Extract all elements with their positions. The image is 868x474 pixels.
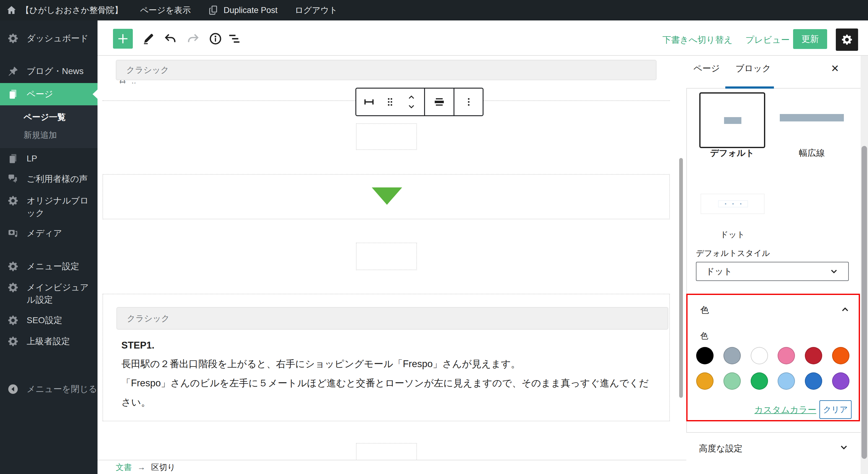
default-style-select[interactable]: ドット [696,262,849,281]
color-swatch-blue[interactable] [805,373,822,390]
sidebar-item-original-block[interactable]: オリジナルブロック [0,195,97,219]
update-button[interactable]: 更新 [793,29,827,49]
classic-block-group[interactable]: クラシック STEP1. 長田駅の２番出口階段を上がると、右手にショッピングモー… [102,294,670,421]
block-toolbar-group-main [356,89,425,115]
sidebar-item-lp[interactable]: LP [0,152,97,165]
custom-color-link[interactable]: カスタムカラー [754,404,816,416]
redo-button[interactable] [186,32,200,46]
color-swatch-light-blue[interactable] [778,373,795,390]
sidebar-item-seo[interactable]: SEO設定 [0,314,97,327]
tab-page[interactable]: ページ [693,63,720,75]
chevron-down-icon [406,102,417,111]
switch-to-draft-button[interactable]: 下書きへ切り替え [662,34,733,46]
duplicate-post-link[interactable]: Duplicate Post [208,5,277,16]
color-swatch-amber[interactable] [696,373,714,390]
empty-spacer-block[interactable] [356,123,417,150]
tab-block[interactable]: ブロック [736,63,771,75]
sidebar-item-add-new[interactable]: 新規追加 [0,129,97,141]
gear-icon [7,195,19,206]
color-swatch-red[interactable] [805,347,822,364]
color-swatch-black[interactable] [696,347,714,364]
options-button[interactable] [460,93,477,111]
advanced-settings-row[interactable]: 高度な設定 [686,432,861,474]
sidebar-collapse-menu[interactable]: メニューを閉じる [0,383,97,395]
color-swatch-light-green[interactable] [723,373,741,390]
step-heading: STEP1. [121,338,154,353]
editor-canvas: クラシック ⊖ ⌄ クラシック STEP1. 長田駅の２番出口階段を上がると、右… [97,56,686,460]
sidebar-item-page-list[interactable]: ページ一覧 [0,112,97,123]
sidebar-item-advanced[interactable]: 上級者設定 [0,335,97,348]
move-down-button[interactable] [403,102,420,111]
chevron-down-icon [839,442,849,453]
sidebar-item-blog-news[interactable]: ブログ・News [0,65,97,78]
panel-scrollbar[interactable] [862,146,867,459]
sidebar-item-dashboard[interactable]: ダッシュボード [0,32,97,45]
listview-icon [227,32,241,46]
comments-icon [7,174,19,185]
canvas-scrollbar[interactable] [679,158,683,398]
redo-icon [186,32,200,46]
style-option-dot[interactable] [701,194,765,214]
chevron-down-icon [829,266,839,276]
site-menu[interactable]: 【ひがしおおさか整骨院】 [6,5,123,16]
classic-toolbar-fragment: ⊖ ⌄ [119,80,153,83]
details-button[interactable] [209,32,222,46]
site-name: 【ひがしおおさか整骨院】 [21,5,123,16]
color-section-highlighted: 色 色 カスタムカラー クリア [686,294,860,421]
sidebar-item-menu-settings[interactable]: メニュー設定 [0,260,97,273]
color-swatch-orange[interactable] [832,347,849,364]
style-option-default[interactable] [699,92,765,148]
kebab-icon [463,96,475,108]
drag-handle[interactable] [381,93,399,111]
separator-block[interactable] [102,174,670,219]
triangle-separator [372,187,402,205]
logout-link[interactable]: ログアウト [295,5,337,16]
gear-icon [841,34,853,46]
color-swatch-purple[interactable] [832,373,849,390]
active-tab-underline [725,86,774,89]
view-page-link[interactable]: ページを表示 [140,5,191,16]
list-view-button[interactable] [227,32,241,46]
align-button[interactable] [431,93,448,111]
sidebar-item-media[interactable]: メディア [0,227,97,239]
empty-spacer-block[interactable] [356,443,417,460]
color-swatch-pink[interactable] [778,347,795,364]
close-panel-button[interactable]: ✕ [831,63,839,75]
color-swatch-green[interactable] [751,373,768,390]
align-icon [432,95,446,109]
edit-mode-button[interactable] [142,32,155,46]
undo-button[interactable] [163,32,177,46]
breadcrumb-root[interactable]: 文書 [116,462,132,473]
settings-toggle-button[interactable] [836,29,858,51]
sidebar-item-main-visual[interactable]: メインビジュアル設定 [0,281,97,306]
chevron-up-icon[interactable] [840,304,850,315]
color-swatch-gray[interactable] [723,347,741,364]
home-icon [6,5,17,16]
gear-icon [7,261,19,272]
style-option-wide[interactable] [780,92,844,148]
empty-spacer-block[interactable] [356,243,417,270]
color-swatch-white[interactable] [751,347,768,364]
separator-block-button[interactable] [360,93,378,111]
chevron-up-icon [406,93,417,102]
move-up-button[interactable] [403,93,420,102]
collapse-icon [7,384,19,395]
preview-button[interactable]: プレビュー [745,34,790,46]
gear-icon [7,33,19,44]
breadcrumb-bar: 文書 → 区切り [97,460,686,474]
classic-block-1[interactable]: クラシック [116,60,657,80]
color-label: 色 [700,331,708,342]
sidebar-item-voices[interactable]: ご利用者様の声 [0,173,97,185]
duplicate-icon [208,5,219,16]
wordpress-editor-screen: 【ひがしおおさか整骨院】 ページを表示 Duplicate Post ログアウト… [0,0,868,474]
clear-color-button[interactable]: クリア [819,400,851,419]
drag-icon [384,96,396,108]
pages-icon [7,153,19,164]
block-inserter-button[interactable] [113,29,133,49]
separator-icon [362,95,376,109]
advanced-settings-title: 高度な設定 [699,443,743,454]
color-panel-title: 色 [700,304,709,316]
sidebar-item-pages[interactable]: ページ [0,83,97,105]
step-paragraph-line2: 「Frespo」さんのビルを左手に５メートルほど進むと交番とローソンが左に見えま… [121,374,654,412]
classic-block-2[interactable]: クラシック [116,307,668,330]
